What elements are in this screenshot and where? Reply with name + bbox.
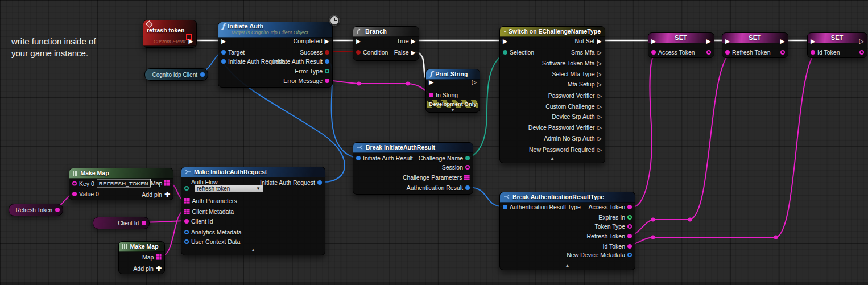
refresh-token-pin[interactable] bbox=[725, 50, 730, 55]
client-id-pin[interactable] bbox=[184, 219, 189, 224]
node-custom-event[interactable]: refrash token Custom Event ▶ bbox=[143, 20, 197, 48]
exec-in-pin[interactable]: ▶ bbox=[811, 38, 815, 44]
case-exec-pin[interactable]: ▷ bbox=[597, 81, 602, 88]
node-set-access-token[interactable]: SET ▶ ▶ Access Token bbox=[648, 32, 714, 58]
success-pin[interactable] bbox=[325, 50, 329, 55]
access-token-pin[interactable] bbox=[651, 50, 656, 55]
node-title: Branch bbox=[365, 28, 387, 35]
node-make-initiateauthrequest[interactable]: Make InitiateAuthRequest Auth Flow refre… bbox=[181, 167, 325, 255]
collapse-arrow-icon[interactable]: ▲ bbox=[500, 156, 605, 161]
auth-parameters-pin[interactable] bbox=[184, 198, 186, 200]
new-device-metadata-pin[interactable] bbox=[627, 253, 632, 257]
auth-flow-dropdown[interactable]: refresh token ▼ bbox=[194, 184, 263, 193]
error-type-pin[interactable] bbox=[325, 69, 329, 73]
node-set-id-token[interactable]: SET ▶ ▷ Id Token bbox=[807, 32, 867, 58]
function-icon: ƒ bbox=[222, 23, 225, 29]
case-exec-pin[interactable]: ▷ bbox=[597, 114, 602, 120]
challenge-parameters-pin[interactable] bbox=[464, 175, 466, 176]
expires-in-pin[interactable] bbox=[627, 215, 632, 220]
node-title: Make Map bbox=[130, 243, 158, 250]
node-set-refresh-token[interactable]: SET ▶ ▶ Refresh Token bbox=[722, 32, 788, 58]
variable-cognito-idp-client[interactable]: Cognito Idp Client bbox=[144, 68, 208, 81]
map-out-pin[interactable] bbox=[164, 180, 166, 182]
completed-exec-pin[interactable]: ▶ bbox=[325, 38, 329, 44]
collapse-arrow-icon[interactable]: ▲ bbox=[500, 263, 635, 268]
token-type-pin[interactable] bbox=[627, 224, 632, 229]
case-exec-pin[interactable]: ▷ bbox=[597, 60, 602, 67]
expand-arrow-icon[interactable]: ▼ bbox=[426, 108, 480, 113]
value-out-pin[interactable] bbox=[859, 50, 864, 55]
collapse-arrow-icon[interactable]: ▲ bbox=[181, 248, 325, 253]
id-token-pin[interactable] bbox=[811, 50, 815, 55]
exec-in-pin[interactable]: ▶ bbox=[651, 38, 656, 44]
node-make-map-2[interactable]: Make Map Map Add pin✚ bbox=[118, 241, 165, 274]
chevron-down-icon: ▼ bbox=[256, 186, 261, 191]
case-exec-pin[interactable]: ▷ bbox=[597, 71, 602, 77]
add-pin-button[interactable]: ✚ bbox=[156, 265, 162, 272]
exec-in-pin[interactable]: ▶ bbox=[503, 38, 507, 44]
error-message-pin[interactable] bbox=[325, 79, 329, 83]
condition-pin[interactable] bbox=[356, 50, 361, 55]
user-context-data-pin[interactable] bbox=[184, 239, 189, 244]
request-out-pin[interactable] bbox=[317, 180, 322, 185]
map-icon bbox=[73, 171, 74, 172]
exec-in-pin[interactable]: ▶ bbox=[725, 38, 730, 44]
string-out-pin[interactable] bbox=[55, 208, 60, 212]
exec-out-pin[interactable]: ▷ bbox=[859, 38, 864, 44]
result-pin[interactable] bbox=[325, 59, 329, 64]
node-switch-echallengenametype[interactable]: Switch on EChallengeNameType ▶ Selection… bbox=[499, 26, 605, 163]
exec-out-pin[interactable]: ▶ bbox=[189, 38, 193, 44]
exec-out-pin[interactable]: ▶ bbox=[706, 38, 711, 44]
false-exec-pin[interactable]: ▶ bbox=[411, 49, 416, 56]
case-exec-pin[interactable]: ▷ bbox=[597, 135, 602, 142]
map-out-pin[interactable] bbox=[156, 254, 158, 256]
input-pin[interactable] bbox=[356, 156, 361, 160]
variable-client-id[interactable]: Client Id bbox=[93, 217, 150, 229]
true-exec-pin[interactable]: ▶ bbox=[411, 38, 416, 44]
function-icon: ƒ bbox=[429, 71, 432, 77]
key-0-field[interactable]: REFRESH_TOKEN bbox=[97, 179, 151, 188]
node-print-string[interactable]: ƒ Print String ▶ ▷ In String Development… bbox=[425, 69, 480, 113]
exec-in-pin[interactable]: ▶ bbox=[221, 38, 226, 44]
exec-out-pin[interactable]: ▶ bbox=[780, 38, 785, 44]
analytics-metadata-pin[interactable] bbox=[184, 230, 189, 234]
client-metadata-pin[interactable] bbox=[184, 209, 186, 210]
case-exec-pin[interactable]: ▷ bbox=[597, 125, 602, 131]
node-make-map-1[interactable]: Make Map Key 0 REFRESH_TOKEN Map Value 0… bbox=[69, 168, 173, 200]
case-exec-pin[interactable]: ▷ bbox=[597, 93, 602, 99]
exec-in-pin[interactable]: ▶ bbox=[356, 38, 361, 44]
selection-pin[interactable] bbox=[503, 50, 507, 55]
challenge-name-pin[interactable] bbox=[465, 156, 470, 160]
id-token-pin[interactable] bbox=[627, 244, 632, 249]
value-out-pin[interactable] bbox=[706, 50, 711, 55]
case-exec-pin[interactable]: ▷ bbox=[597, 49, 602, 56]
variable-label: Cognito Idp Client bbox=[152, 72, 198, 78]
value-0-pin[interactable] bbox=[72, 192, 77, 196]
exec-in-pin[interactable]: ▶ bbox=[429, 79, 433, 85]
node-title: Make Map bbox=[80, 170, 109, 176]
case-exec-pin[interactable]: ▷ bbox=[597, 104, 602, 110]
refresh-token-pin[interactable] bbox=[627, 234, 632, 238]
object-out-pin[interactable] bbox=[200, 72, 205, 77]
node-title: SET bbox=[749, 34, 760, 41]
access-token-pin[interactable] bbox=[627, 205, 632, 209]
key-0-pin[interactable] bbox=[72, 181, 77, 185]
node-break-initiateauthresult[interactable]: Break InitiateAuthResult Initiate Auth R… bbox=[353, 142, 473, 195]
node-break-authenticationresulttype[interactable]: Break AuthenticationResultType Authentic… bbox=[499, 192, 635, 270]
add-pin-button[interactable]: ✚ bbox=[164, 191, 170, 199]
case-exec-pin[interactable]: ▶ bbox=[597, 38, 602, 44]
in-string-pin[interactable] bbox=[429, 93, 433, 97]
variable-refresh-token[interactable]: Refresh Token bbox=[9, 204, 63, 216]
value-out-pin[interactable] bbox=[780, 50, 785, 55]
authentication-result-pin[interactable] bbox=[465, 185, 470, 190]
input-pin[interactable] bbox=[503, 205, 507, 209]
string-out-pin[interactable] bbox=[142, 221, 146, 225]
node-initiate-auth[interactable]: ƒ Initiate Auth Target is Cognito Idp Cl… bbox=[218, 22, 333, 88]
node-branch[interactable]: Branch ▶ Condition True▶ False▶ bbox=[353, 26, 419, 61]
session-pin[interactable] bbox=[465, 165, 470, 170]
request-pin[interactable] bbox=[221, 59, 226, 64]
case-exec-pin[interactable]: ▷ bbox=[597, 147, 602, 153]
auth-flow-pin[interactable] bbox=[184, 186, 189, 191]
target-pin[interactable] bbox=[221, 50, 226, 55]
exec-out-pin[interactable]: ▷ bbox=[472, 79, 477, 85]
